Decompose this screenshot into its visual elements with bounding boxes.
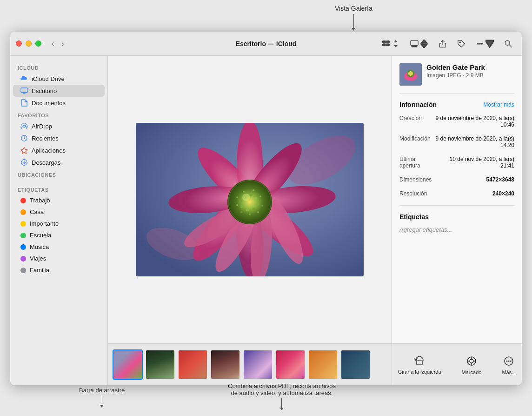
svg-point-38 — [254, 197, 257, 200]
svg-point-60 — [470, 359, 473, 363]
tags-section-label: Etiquetas — [399, 213, 429, 221]
tag-dot-familia — [20, 268, 26, 273]
info-title-area: Golden Gate Park Imagen JPEG · 2.9 MB — [426, 63, 485, 79]
filmstrip-thumb-4[interactable] — [210, 349, 240, 380]
sidebar-item-descargas[interactable]: Descargas — [13, 156, 105, 168]
sidebar-item-icloud-drive[interactable]: iCloud Drive — [13, 73, 105, 85]
sidebar-item-recientes[interactable]: Recientes — [13, 132, 105, 144]
escritorio-label: Escritorio — [32, 87, 57, 94]
filmstrip-thumb-3[interactable] — [178, 349, 208, 380]
search-button[interactable] — [500, 37, 516, 50]
descargas-label: Descargas — [32, 159, 60, 166]
callout-arrow — [352, 28, 355, 31]
sidebar-item-tag-trabajo[interactable]: Trabajo — [13, 195, 105, 206]
maximize-button[interactable] — [35, 40, 41, 47]
info-row-modification: Modificación 9 de noviembre de 2020, a l… — [399, 134, 514, 149]
forward-button[interactable]: › — [59, 38, 66, 50]
svg-line-13 — [509, 45, 512, 47]
icloud-section-header: iCloud — [10, 61, 107, 73]
svg-point-11 — [481, 43, 482, 44]
back-button[interactable]: ‹ — [49, 38, 57, 50]
svg-rect-4 — [411, 40, 418, 45]
share-icon — [439, 40, 447, 48]
sidebar-item-tag-escuela[interactable]: Escuela — [13, 229, 105, 241]
svg-point-67 — [508, 360, 510, 362]
more-quick-button[interactable]: Más... — [496, 351, 521, 379]
close-button[interactable] — [16, 40, 22, 47]
filmstrip-thumb-6[interactable] — [275, 349, 306, 380]
tag-label-escuela: Escuela — [30, 232, 51, 239]
icloud-drive-icon — [20, 75, 28, 82]
sidebar-item-documentos[interactable]: Documentos — [13, 97, 105, 109]
sidebar-item-aplicaciones[interactable]: Aplicaciones — [13, 144, 105, 156]
filmstrip-thumb-7[interactable] — [308, 349, 338, 380]
svg-rect-15 — [23, 93, 25, 94]
gallery-chevron-icon — [420, 40, 428, 48]
svg-point-47 — [261, 205, 263, 207]
tag-button[interactable] — [453, 37, 469, 50]
sidebar-item-tag-importante[interactable]: Importante — [13, 218, 105, 229]
svg-point-45 — [253, 189, 254, 191]
svg-point-12 — [505, 40, 510, 45]
gallery-view-button[interactable] — [406, 37, 432, 50]
svg-point-49 — [249, 214, 251, 215]
more-actions-button[interactable] — [472, 37, 498, 50]
svg-point-41 — [246, 208, 249, 211]
callout-line — [353, 14, 354, 28]
airdrop-label: AirDrop — [32, 123, 52, 130]
tag-dot-importante — [20, 221, 26, 227]
resolution-label: Resolución — [399, 190, 427, 197]
sidebar-item-escritorio[interactable]: Escritorio — [13, 85, 105, 97]
info-header: Golden Gate Park Imagen JPEG · 2.9 MB — [399, 63, 514, 86]
sidebar-item-airdrop[interactable]: AirDrop — [13, 120, 105, 132]
info-file-name: Golden Gate Park — [426, 63, 485, 71]
sidebar: iCloud iCloud Drive Escritorio — [10, 56, 108, 385]
more-quick-label: Más... — [502, 369, 516, 375]
svg-rect-14 — [21, 88, 27, 93]
show-more-link[interactable]: Mostrar más — [483, 101, 514, 108]
favoritos-section-header: Favoritos — [10, 109, 107, 120]
traffic-lights — [16, 40, 41, 47]
gallery-view-callout: Vista Galería — [335, 5, 372, 31]
drag-bar-label: Barra de arrastre — [79, 387, 125, 394]
tag-dot-casa — [20, 209, 26, 215]
filmstrip-thumb-8[interactable] — [340, 349, 371, 380]
aplicaciones-label: Aplicaciones — [32, 147, 66, 154]
rotate-left-button[interactable]: Girar a la izquierda — [392, 350, 447, 379]
filmstrip-thumb-2[interactable] — [145, 349, 175, 380]
minimize-button[interactable] — [26, 40, 32, 47]
chevron-updown-icon — [392, 40, 400, 48]
tag-dot-escuela — [20, 233, 26, 238]
gallery-view-annotation: Vista Galería — [0, 0, 532, 32]
sidebar-item-tag-musica[interactable]: Música — [13, 241, 105, 253]
rotate-icon — [413, 354, 426, 367]
sidebar-item-tag-familia[interactable]: Familia — [13, 264, 105, 276]
filmstrip-thumb-5[interactable] — [243, 349, 273, 380]
svg-rect-2 — [383, 44, 386, 46]
sidebar-item-tag-casa[interactable]: Casa — [13, 206, 105, 218]
view-switcher-button[interactable] — [378, 37, 404, 50]
modification-label: Modificación — [399, 135, 431, 148]
share-button[interactable] — [435, 37, 451, 50]
sidebar-item-tag-viajes[interactable]: Viajes — [13, 253, 105, 264]
svg-point-39 — [256, 203, 259, 206]
more-quick-icon — [502, 355, 515, 368]
rotate-label: Girar a la izquierda — [398, 369, 441, 375]
svg-point-46 — [259, 195, 261, 197]
airdrop-icon — [20, 122, 28, 130]
tags-placeholder[interactable]: Agregar etiquetas... — [399, 226, 514, 233]
toolbar-right — [378, 37, 516, 50]
info-row-dimensions: Dimensiones 5472×3648 — [399, 175, 514, 184]
info-row-creation: Creación 9 de noviembre de 2020, a la(s)… — [399, 114, 514, 129]
actions-annotation: Combina archivos PDF, recorta archivos d… — [228, 382, 336, 410]
svg-point-44 — [243, 191, 245, 193]
filmstrip-thumb-1[interactable] — [113, 349, 143, 380]
info-section-info: Información Mostrar más — [399, 101, 514, 108]
drag-bar-annotation: Barra de arrastre — [79, 387, 125, 408]
more-icon — [476, 40, 484, 48]
markup-button[interactable]: Marcado — [456, 351, 487, 379]
gallery-icon — [410, 40, 419, 48]
svg-rect-3 — [386, 44, 389, 46]
quick-actions: Girar a la izquierda — [392, 344, 522, 385]
tag-icon — [457, 40, 466, 48]
